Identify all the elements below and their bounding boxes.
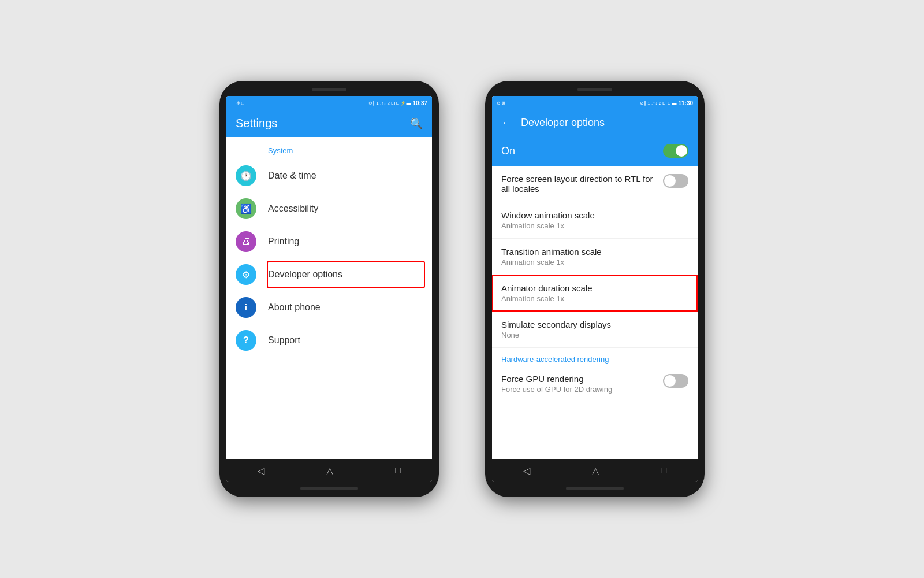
settings-item-support[interactable]: ? Support <box>226 324 432 357</box>
phone-2: ⊘ ⊠ ⊘∥ 1 .↑↓ 2 LTE ▬ 11:30 ← Developer o… <box>485 81 705 497</box>
dev-setting-rtl[interactable]: Force screen layout direction to RTL for… <box>492 166 698 202</box>
recent-button-2[interactable]: □ <box>657 461 672 480</box>
about-phone-icon: i <box>236 297 256 318</box>
settings-title: Settings <box>236 117 277 130</box>
about-phone-label: About phone <box>268 302 321 313</box>
phone-1-status-bar: ··· ❄ □ ⊘∥ 1 .↑↓ 2 LTE ⚡▬ 10:37 <box>226 96 432 110</box>
status-icons-right-2: ⊘∥ 1 .↑↓ 2 LTE ▬ 11:30 <box>640 100 693 106</box>
dev-setting-rtl-title: Force screen layout direction to RTL for… <box>501 174 663 194</box>
force-gpu-toggle[interactable] <box>663 374 688 388</box>
notification-icons-2: ⊘ ⊠ <box>497 101 506 106</box>
settings-item-about-phone[interactable]: i About phone <box>226 291 432 324</box>
back-button-2[interactable]: ◁ <box>519 461 535 481</box>
dev-setting-force-gpu[interactable]: Force GPU rendering Force use of GPU for… <box>492 366 698 402</box>
date-time-label: Date & time <box>268 171 316 181</box>
status-icons-right: ⊘∥ 1 .↑↓ 2 LTE ⚡▬ 10:37 <box>368 100 427 106</box>
dev-setting-secondary-displays[interactable]: Simulate secondary displays None <box>492 312 698 348</box>
developer-options-icon: ⚙ <box>236 264 256 285</box>
settings-item-date-time[interactable]: 🕐 Date & time <box>226 160 432 192</box>
dev-setting-animator-duration[interactable]: Animator duration scale Animation scale … <box>492 275 698 312</box>
dev-setting-transition-anim-text: Transition animation scale Animation sca… <box>501 247 688 266</box>
signal-icons-2: ⊘∥ 1 .↑↓ 2 LTE ▬ <box>640 101 676 106</box>
dev-setting-animator-duration-sub: Animation scale 1x <box>501 294 688 303</box>
rtl-toggle[interactable] <box>663 174 688 188</box>
hardware-section-header: Hardware-accelerated rendering <box>492 348 698 366</box>
dev-setting-transition-anim-title: Transition animation scale <box>501 247 688 257</box>
accessibility-label: Accessibility <box>268 203 318 214</box>
dev-setting-force-gpu-title: Force GPU rendering <box>501 374 663 384</box>
support-icon: ? <box>236 330 256 351</box>
status-time-2: 11:30 <box>678 100 693 106</box>
developer-on-label: On <box>501 145 515 157</box>
dev-setting-window-anim-title: Window animation scale <box>501 210 688 220</box>
phone-2-nav-bar: ◁ △ □ <box>492 459 698 482</box>
dev-options-title: Developer options <box>521 117 688 129</box>
dev-setting-rtl-text: Force screen layout direction to RTL for… <box>501 174 663 194</box>
dev-setting-secondary-displays-sub: None <box>501 331 688 339</box>
back-button-1[interactable]: ◁ <box>253 461 269 481</box>
home-button-2[interactable]: △ <box>587 461 603 481</box>
status-icons-left: ··· ❄ □ <box>231 101 244 106</box>
dev-options-header: ← Developer options <box>492 110 698 136</box>
phone-1: ··· ❄ □ ⊘∥ 1 .↑↓ 2 LTE ⚡▬ 10:37 Settings… <box>219 81 439 497</box>
phone-2-status-bar: ⊘ ⊠ ⊘∥ 1 .↑↓ 2 LTE ▬ 11:30 <box>492 96 698 110</box>
dev-setting-window-anim-text: Window animation scale Animation scale 1… <box>501 210 688 230</box>
system-section-header: System <box>226 137 432 160</box>
settings-item-developer-options[interactable]: ⚙ Developer options <box>226 258 432 291</box>
printing-label: Printing <box>268 236 299 247</box>
dev-setting-secondary-displays-title: Simulate secondary displays <box>501 320 688 329</box>
notification-icons: ··· ❄ □ <box>231 101 244 106</box>
settings-item-printing[interactable]: 🖨 Printing <box>226 225 432 258</box>
dev-settings-list: Force screen layout direction to RTL for… <box>492 166 698 459</box>
phone-1-nav-bar: ◁ △ □ <box>226 459 432 482</box>
home-button-1[interactable]: △ <box>322 461 338 481</box>
dev-setting-transition-anim[interactable]: Transition animation scale Animation sca… <box>492 239 698 275</box>
back-arrow-icon[interactable]: ← <box>501 117 512 129</box>
phone-1-screen: ··· ❄ □ ⊘∥ 1 .↑↓ 2 LTE ⚡▬ 10:37 Settings… <box>226 96 432 482</box>
settings-header: Settings 🔍 <box>226 110 432 137</box>
dev-setting-force-gpu-sub: Force use of GPU for 2D drawing <box>501 385 663 394</box>
printing-icon: 🖨 <box>236 231 256 252</box>
dev-setting-window-anim[interactable]: Window animation scale Animation scale 1… <box>492 202 698 239</box>
dev-setting-animator-duration-text: Animator duration scale Animation scale … <box>501 283 688 303</box>
dev-setting-secondary-displays-text: Simulate secondary displays None <box>501 320 688 339</box>
support-label: Support <box>268 335 300 346</box>
dev-setting-animator-duration-title: Animator duration scale <box>501 283 688 293</box>
phone-2-screen: ⊘ ⊠ ⊘∥ 1 .↑↓ 2 LTE ▬ 11:30 ← Developer o… <box>492 96 698 482</box>
status-time-1: 10:37 <box>412 100 427 106</box>
settings-item-accessibility[interactable]: ♿ Accessibility <box>226 192 432 225</box>
dev-setting-window-anim-sub: Animation scale 1x <box>501 221 688 230</box>
date-time-icon: 🕐 <box>236 165 256 186</box>
signal-icons: ⊘∥ 1 .↑↓ 2 LTE ⚡▬ <box>368 101 411 106</box>
accessibility-icon: ♿ <box>236 198 256 219</box>
developer-on-toggle[interactable] <box>663 144 688 158</box>
dev-setting-transition-anim-sub: Animation scale 1x <box>501 258 688 266</box>
recent-button-1[interactable]: □ <box>391 461 406 480</box>
status-icons-left-2: ⊘ ⊠ <box>497 101 506 106</box>
developer-options-label: Developer options <box>268 269 342 280</box>
search-icon[interactable]: 🔍 <box>410 117 423 130</box>
settings-content: System 🕐 Date & time ♿ Accessibility 🖨 P… <box>226 137 432 459</box>
developer-on-row[interactable]: On <box>492 136 698 166</box>
dev-setting-force-gpu-text: Force GPU rendering Force use of GPU for… <box>501 374 663 394</box>
